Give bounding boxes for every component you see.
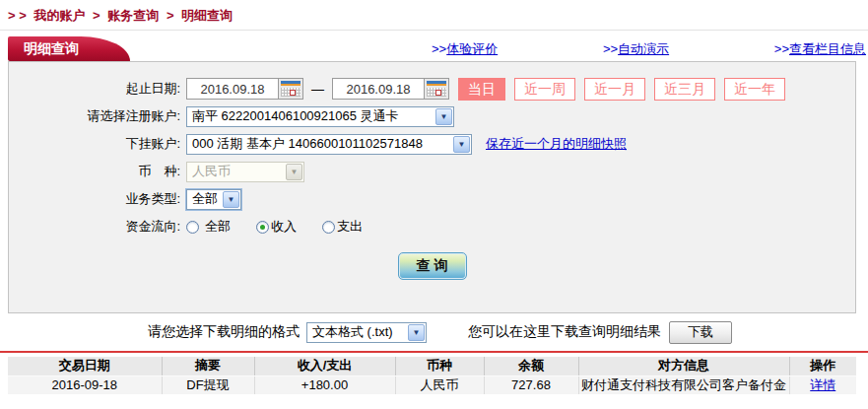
tab-detail-query[interactable]: 明细查询 <box>8 36 130 61</box>
date-range-row: 起止日期: — 当日 近 <box>9 75 855 102</box>
registered-account-select[interactable]: 南平 6222001406100921065 灵通卡 ▼ <box>186 106 454 127</box>
calendar-icon-bar <box>281 84 300 86</box>
currency-select: 人民币 ▼ <box>186 162 304 182</box>
date-from-field <box>186 78 303 100</box>
breadcrumb-separator: > <box>93 8 100 23</box>
detail-link[interactable]: 详情 <box>810 377 835 392</box>
currency-label: 币 种: <box>9 163 186 180</box>
query-button-row: 查 询 <box>9 252 855 280</box>
breadcrumb-prefix: > > <box>8 8 27 23</box>
download-format-label: 请您选择下载明细的格式 <box>148 323 300 341</box>
registered-account-label: 请选择注册账户: <box>9 107 186 125</box>
calendar-icon-mark <box>435 90 441 96</box>
fund-flow-label: 资金流向: <box>9 218 186 236</box>
link-prefix: >> <box>603 41 618 56</box>
calendar-icon[interactable] <box>278 79 302 99</box>
registered-account-row: 请选择注册账户: 南平 6222001406100921065 灵通卡 ▼ <box>9 102 855 130</box>
detail-query-page: > > 我的账户 > 账务查询 > 明细查询 明细查询 >>体验评价 >>自动演… <box>0 0 868 409</box>
table-header-row: 交易日期 摘要 收入/支出 币种 余额 对方信息 操作 <box>8 357 856 375</box>
query-form-panel: 起止日期: — 当日 近 <box>8 61 856 313</box>
transaction-table: 交易日期 摘要 收入/支出 币种 余额 对方信息 操作 2016-09-18 D… <box>8 357 856 394</box>
top-links: >>体验评价 >>自动演示 >>查看栏目信息 <box>432 40 866 58</box>
query-button[interactable]: 查 询 <box>398 252 467 280</box>
business-type-row: 业务类型: 全部 ▼ <box>9 185 855 213</box>
breadcrumb-item-account-query[interactable]: 账务查询 <box>107 8 159 23</box>
link-prefix: >> <box>432 41 446 56</box>
breadcrumb-item-my-account[interactable]: 我的账户 <box>33 8 85 23</box>
date-to-input[interactable] <box>333 80 424 98</box>
cell-summary: DF提现 <box>162 375 254 394</box>
download-format-select[interactable]: 文本格式 (.txt) ▼ <box>306 322 427 343</box>
breadcrumb: > > 我的账户 > 账务查询 > 明细查询 <box>8 7 236 25</box>
link-prefix: >> <box>774 41 789 56</box>
col-header-currency: 币种 <box>395 357 484 375</box>
currency-row: 币 种: 人民币 ▼ <box>9 158 855 185</box>
cell-balance: 727.68 <box>484 375 578 394</box>
date-range-label: 起止日期: <box>9 80 186 98</box>
quick-range-3months-button[interactable]: 近三月 <box>654 78 715 101</box>
chevron-down-icon: ▼ <box>286 164 302 180</box>
cell-counterparty: 财付通支付科技有限公司客户备付金 <box>578 375 789 394</box>
cell-action: 详情 <box>789 375 856 394</box>
chevron-down-icon: ▼ <box>223 191 239 208</box>
breadcrumb-item-detail-query: 明细查询 <box>181 8 233 23</box>
radio-icon[interactable] <box>322 221 335 234</box>
calendar-icon[interactable] <box>424 79 448 99</box>
date-range-dash: — <box>311 82 324 97</box>
col-header-amount: 收入/支出 <box>254 357 395 375</box>
col-header-date: 交易日期 <box>8 357 162 375</box>
view-column-info-link[interactable]: >>查看栏目信息 <box>774 40 866 58</box>
cell-currency: 人民币 <box>395 375 484 394</box>
flow-option-all[interactable]: 全部 <box>186 218 231 236</box>
flow-option-income[interactable]: 收入 <box>256 218 297 236</box>
download-row: 请您选择下载明细的格式 文本格式 (.txt) ▼ 您可以在这里下载查询明细结果… <box>0 319 868 345</box>
col-header-balance: 余额 <box>484 357 578 375</box>
date-to-field <box>332 78 449 100</box>
table-row: 2016-09-18 DF提现 +180.00 人民币 727.68 财付通支付… <box>8 375 856 394</box>
sub-account-label: 下挂账户: <box>9 135 186 153</box>
chevron-down-icon: ▼ <box>453 136 470 153</box>
radio-icon[interactable] <box>186 221 199 234</box>
calendar-icon-bar <box>427 84 446 86</box>
quick-range-month-button[interactable]: 近一月 <box>584 78 645 101</box>
quick-range-today-button[interactable]: 当日 <box>458 78 505 101</box>
business-type-label: 业务类型: <box>9 190 186 208</box>
business-type-select[interactable]: 全部 ▼ <box>186 189 241 210</box>
fund-flow-row: 资金流向: 全部 收入 支出 <box>9 213 855 240</box>
cell-date: 2016-09-18 <box>8 375 162 394</box>
divider <box>0 30 868 31</box>
quick-range-week-button[interactable]: 近一周 <box>514 78 575 101</box>
save-snapshot-link[interactable]: 保存近一个月的明细快照 <box>486 135 627 153</box>
calendar-icon-mark <box>290 90 296 96</box>
date-from-input[interactable] <box>187 80 278 98</box>
auto-demo-link[interactable]: >>自动演示 <box>603 40 669 58</box>
sub-account-select[interactable]: 000 活期 基本户 1406600101102571848 ▼ <box>186 134 472 155</box>
quick-range-year-button[interactable]: 近一年 <box>724 78 785 101</box>
radio-checked-icon[interactable] <box>256 221 269 234</box>
flow-option-expense[interactable]: 支出 <box>322 218 363 236</box>
cell-amount: +180.00 <box>254 375 395 394</box>
table-top-rule <box>0 351 868 353</box>
col-header-summary: 摘要 <box>162 357 254 375</box>
download-button[interactable]: 下载 <box>669 321 732 344</box>
chevron-down-icon: ▼ <box>408 324 425 341</box>
col-header-action: 操作 <box>789 357 856 375</box>
experience-review-link[interactable]: >>体验评价 <box>432 40 498 58</box>
chevron-down-icon: ▼ <box>435 108 452 125</box>
sub-account-row: 下挂账户: 000 活期 基本户 1406600101102571848 ▼ 保… <box>9 130 855 158</box>
fund-flow-radio-group: 全部 收入 支出 <box>186 218 388 236</box>
breadcrumb-separator: > <box>167 8 174 23</box>
col-header-counterparty: 对方信息 <box>578 357 789 375</box>
download-hint: 您可以在这里下载查询明细结果 <box>468 323 661 341</box>
